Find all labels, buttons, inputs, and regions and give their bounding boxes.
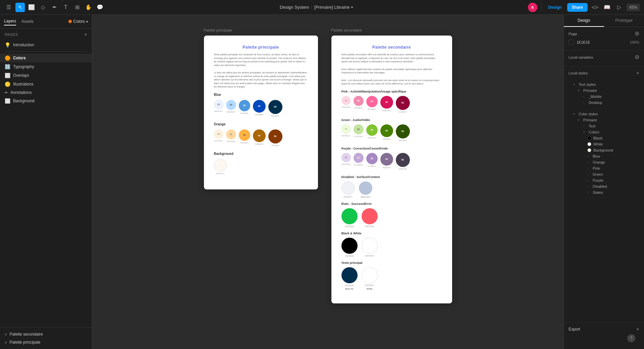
color-styles-parent[interactable]: ▾ Color styles [569, 111, 639, 117]
color-blue-item[interactable]: › Blue [569, 153, 639, 159]
text-tool[interactable]: T [61, 3, 70, 12]
color-background-item[interactable]: Background [569, 147, 639, 153]
purple-10: 10 #E1D2EE [341, 153, 351, 165]
share-button[interactable]: Design [546, 5, 565, 10]
toolbar-center: Design System / [Primaire] Librairie ▾ [107, 5, 525, 10]
colors-badge[interactable]: Colors ▾ [68, 19, 88, 24]
present-button[interactable]: ▷ [614, 3, 624, 12]
text-mobile-item[interactable]: › _Mobile [569, 94, 639, 100]
color-orange-item[interactable]: › Orange [569, 159, 639, 165]
local-styles-add[interactable]: + [636, 70, 639, 76]
pink-color-row: 10 #FFD5E4 20 #F08BAF 30 #FF669C 40 #D81… [341, 96, 442, 113]
page-color-swatch[interactable] [569, 40, 574, 45]
text-row: #002E4D Blue-50 #FFFFFF White [341, 267, 442, 290]
breadcrumb-library[interactable]: [Primaire] Librairie ▾ [314, 5, 353, 10]
text-desktop-item[interactable]: › Desktop [569, 100, 639, 106]
color-black-item[interactable]: Black [569, 135, 639, 141]
frame-palette-secondaire[interactable]: ≡ Palette secondaire [0, 330, 92, 338]
page-color-hex: 1E1E1E [577, 40, 590, 44]
disabled-section-title: Disabled - Surface/Content [341, 175, 442, 179]
color-states-item[interactable]: › States [569, 189, 639, 195]
breadcrumb-design-system[interactable]: Design System [280, 5, 309, 10]
page-item-illustrations[interactable]: 🟡 Illustrations [0, 80, 92, 89]
color-text-item[interactable]: › Text [569, 123, 639, 129]
menu-button[interactable]: ☰ [4, 3, 13, 12]
divider [541, 4, 542, 11]
color-primaire-parent[interactable]: ▾ Primaire [569, 117, 639, 123]
blue-20: 20 #B3DAFF [226, 100, 236, 113]
color-colors-item[interactable]: ▾ Colors [569, 129, 639, 135]
help-button[interactable]: ? [627, 334, 635, 342]
color-purple-item[interactable]: › Purple [569, 177, 639, 183]
disabled-10: #F0F2F7 [341, 181, 355, 198]
green-30: 30 #81C331 [366, 124, 378, 139]
share-button-main[interactable]: Share [567, 3, 588, 12]
export-section: Export + [564, 323, 644, 336]
green-section-title: Green - Audio/Vidéo [341, 118, 442, 122]
right-panel: Design Prototype Page ⚙ 1E1E1E 100% Loca… [564, 15, 644, 349]
chevron-right-icon-3: › [583, 124, 587, 128]
page-item-typography[interactable]: 🔠 Typography [0, 62, 92, 71]
page-section-header: Page ⚙ [569, 31, 639, 37]
component-tool[interactable]: ⊞ [72, 3, 82, 12]
text-styles-parent[interactable]: ▾ Text styles [569, 81, 639, 88]
color-disabled-item[interactable]: › Disabled [569, 183, 639, 189]
canvas-area: Palette principale Palette principale No… [92, 15, 564, 349]
assets-tab[interactable]: Assets [21, 18, 34, 25]
typography-icon: 🔠 [5, 64, 10, 69]
color-pink-item[interactable]: › Pink [569, 165, 639, 171]
chevron-right-icon-5: › [587, 161, 591, 164]
pink-20: 20 #F08BAF [354, 96, 364, 109]
page-item-colors[interactable]: 🟠 Colors [0, 54, 92, 62]
prototype-tab[interactable]: Prototype [604, 15, 644, 27]
library-button[interactable]: 📖 [602, 3, 612, 12]
color-white-item[interactable]: White [569, 141, 639, 147]
color-green-item[interactable]: › Green [569, 171, 639, 177]
blue-50: 50 #002E4D [268, 100, 282, 117]
page-item-background[interactable]: ⬜ Background [0, 97, 92, 105]
layers-tab[interactable]: Layers [4, 17, 16, 25]
add-page-button[interactable]: + [84, 32, 87, 37]
hand-tool[interactable]: ✋ [84, 3, 93, 12]
canvas-label-secondary: Palette secondaire [331, 28, 362, 32]
code-view-button[interactable]: </> [590, 3, 600, 12]
select-tool[interactable]: ↖ [15, 3, 25, 12]
chevron-right-icon-6: › [587, 167, 591, 170]
local-vars-button[interactable]: ⚙ [635, 54, 639, 60]
local-vars-title: Local variables [569, 55, 593, 59]
orange-10: 10 #FFF0DA [214, 129, 223, 142]
page-item-annotations[interactable]: ✏ Annotations [0, 89, 92, 97]
pen-tool[interactable]: ✒ [50, 3, 59, 12]
white-swatch: #FFFFFF [362, 238, 378, 257]
text-primaire-parent[interactable]: ▾ Primaire [569, 88, 639, 94]
secondary-desc-1: Notre palette secondaire offre une diver… [341, 53, 442, 64]
frame-pages-list: ≡ Palette secondaire ≡ Palette principal… [0, 327, 92, 349]
text-white-swatch: #FFFFFF White [362, 267, 378, 290]
overlays-icon: ⬜ [5, 73, 10, 78]
toolbar-left: ☰ ↖ ⬜ ◇ ✒ T ⊞ ✋ 💬 [4, 3, 105, 12]
page-item-overlays[interactable]: ⬜ Overlays [0, 71, 92, 80]
page-item-introduction[interactable]: 💡 Introduction [0, 41, 92, 49]
frame-icon: ≡ [5, 332, 7, 336]
green-50: 50 #2E5402 [396, 124, 410, 141]
comment-tool[interactable]: 💬 [95, 3, 105, 12]
zoom-control[interactable]: 45% [627, 4, 640, 11]
collapse-icon-3: ▾ [583, 130, 587, 134]
secondary-desc-2: Nous utilisons également des couleurs de… [341, 68, 442, 75]
pink-30: 30 #FF669C [366, 96, 378, 110]
secondary-palette-card: Palette secondaire Notre palette seconda… [331, 36, 452, 303]
frame-palette-principale[interactable]: ≡ Palette principale [0, 338, 92, 346]
chevron-down-icon: ▾ [86, 20, 88, 23]
state-row: #10C54A #FF5765 [341, 208, 442, 228]
primary-desc-2: Le bleu est utilisé pour les actions pri… [214, 71, 308, 89]
collapse-icon-2: ▾ [573, 112, 577, 116]
design-tab[interactable]: Design [564, 15, 604, 27]
shape-tool[interactable]: ◇ [38, 3, 48, 12]
secondary-note: Note : Les éléments décoratifs prennent … [341, 79, 442, 86]
export-add-button[interactable]: + [636, 326, 639, 332]
main-layout: Layers Assets Colors ▾ Pages + 💡 Introdu… [0, 15, 644, 349]
page-settings-button[interactable]: ⚙ [635, 31, 639, 37]
orange-50: 50 #873800 [268, 129, 282, 147]
page-section-title: Page [569, 32, 577, 36]
frame-tool[interactable]: ⬜ [27, 3, 36, 12]
